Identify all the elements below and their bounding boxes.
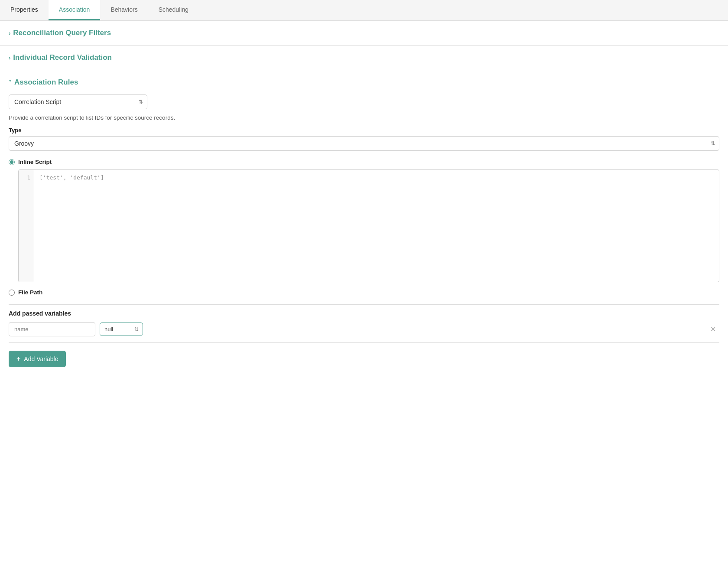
- correlation-script-wrapper: Correlation Script ⇅: [9, 94, 147, 109]
- tab-bar: Properties Association Behaviors Schedul…: [0, 0, 728, 21]
- chevron-right-icon-2: ›: [9, 55, 10, 61]
- individual-record-title: Individual Record Validation: [13, 53, 112, 62]
- file-path-radio-item[interactable]: File Path: [9, 289, 719, 296]
- tab-properties[interactable]: Properties: [0, 0, 49, 20]
- variable-row: null true false ⇅ ✕: [9, 322, 719, 336]
- main-content: › Reconciliation Query Filters › Individ…: [0, 21, 728, 378]
- reconciliation-title: Reconciliation Query Filters: [13, 29, 111, 37]
- variable-value-select[interactable]: null true false: [100, 323, 143, 336]
- reconciliation-header[interactable]: › Reconciliation Query Filters: [9, 29, 719, 37]
- code-content: ['test', 'default']: [34, 170, 719, 282]
- association-rules-section: ˅ Association Rules Correlation Script ⇅…: [0, 70, 728, 378]
- variable-name-input[interactable]: [9, 322, 95, 336]
- correlation-script-select[interactable]: Correlation Script: [9, 94, 147, 109]
- tab-scheduling[interactable]: Scheduling: [148, 0, 199, 20]
- bottom-divider: [9, 342, 719, 343]
- association-rules-header[interactable]: ˅ Association Rules: [9, 78, 719, 87]
- remove-variable-button[interactable]: ✕: [707, 323, 719, 335]
- individual-record-header[interactable]: › Individual Record Validation: [9, 53, 719, 62]
- type-label: Type: [9, 127, 719, 134]
- add-variable-label: Add Variable: [24, 355, 58, 362]
- type-select[interactable]: Groovy: [9, 136, 719, 151]
- line-numbers: 1: [19, 170, 34, 282]
- file-path-label: File Path: [18, 289, 42, 296]
- inline-script-radio-item[interactable]: Inline Script: [9, 159, 719, 165]
- variables-section: Add passed variables null true false ⇅ ✕…: [9, 304, 719, 367]
- variables-title: Add passed variables: [9, 310, 719, 317]
- help-text: Provide a correlation script to list IDs…: [9, 114, 719, 121]
- tab-behaviors[interactable]: Behaviors: [100, 0, 148, 20]
- variables-divider: [9, 304, 719, 305]
- chevron-right-icon: ›: [9, 30, 10, 36]
- variable-value-wrapper: null true false ⇅: [100, 323, 143, 336]
- script-type-radio-group: Inline Script 1 ['test', 'default'] File…: [9, 159, 719, 296]
- line-number-1: 1: [22, 174, 30, 181]
- inline-script-radio[interactable]: [9, 159, 15, 165]
- file-path-radio[interactable]: [9, 290, 15, 296]
- plus-icon: +: [16, 355, 20, 363]
- association-rules-title: Association Rules: [14, 78, 78, 87]
- add-variable-button[interactable]: + Add Variable: [9, 351, 66, 367]
- type-select-wrapper: Groovy ⇅: [9, 136, 719, 151]
- inline-script-label: Inline Script: [18, 159, 52, 165]
- reconciliation-section: › Reconciliation Query Filters: [0, 21, 728, 46]
- chevron-down-icon: ˅: [9, 79, 12, 86]
- tab-association[interactable]: Association: [49, 0, 101, 20]
- code-editor[interactable]: 1 ['test', 'default']: [18, 169, 719, 282]
- individual-record-section: › Individual Record Validation: [0, 46, 728, 70]
